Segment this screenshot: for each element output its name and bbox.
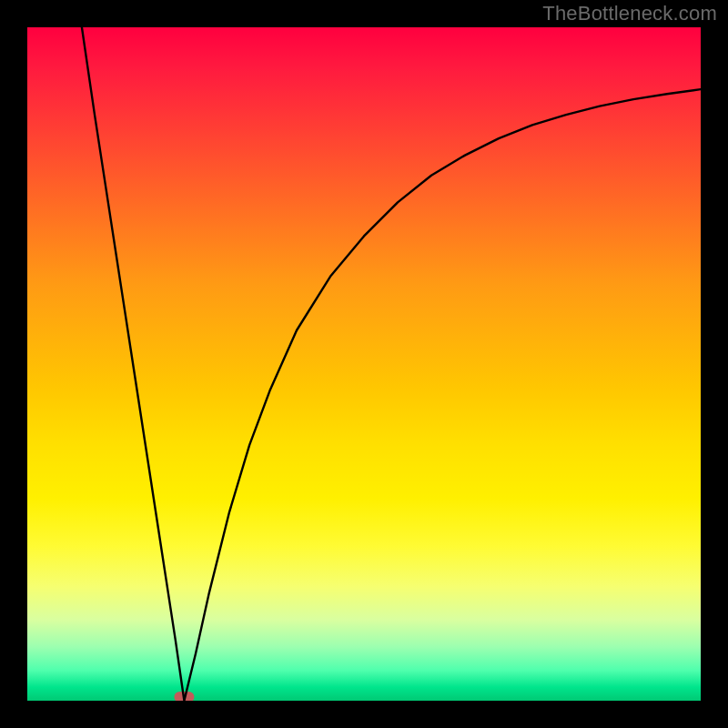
- curve-svg: [27, 27, 701, 701]
- bottleneck-curve-line: [82, 27, 701, 701]
- plot-area: [27, 27, 701, 701]
- chart-frame: TheBottleneck.com: [0, 0, 728, 728]
- watermark-text: TheBottleneck.com: [542, 2, 717, 25]
